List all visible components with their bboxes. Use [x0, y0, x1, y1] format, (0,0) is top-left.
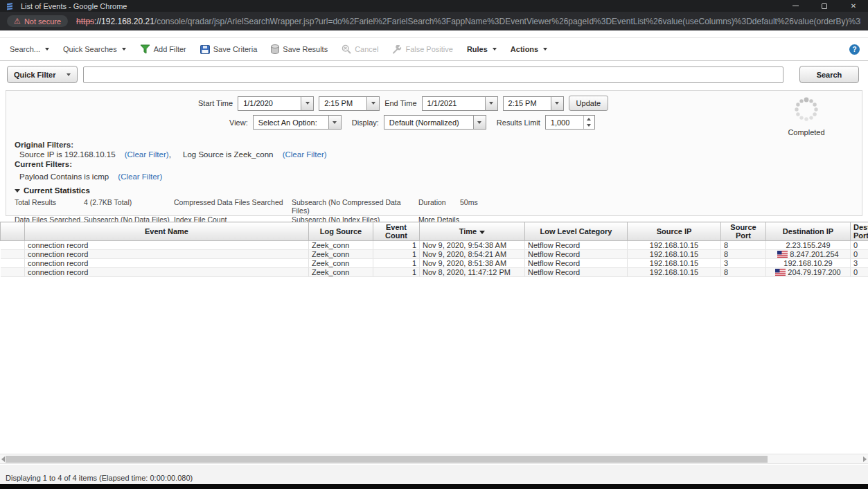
destination-ip-cell: 8.247.201.254	[766, 250, 851, 259]
column-header-time[interactable]: Time	[420, 222, 525, 241]
view-label: View:	[229, 118, 248, 127]
save-results-label: Save Results	[283, 45, 328, 53]
chevron-down-icon	[477, 121, 481, 124]
filter-payload: Payload Contains is icmp	[19, 172, 109, 181]
current-filters-heading: Current Filters:	[15, 159, 327, 169]
end-date-value: 1/1/2021	[423, 97, 485, 110]
stat-label: Compressed Data Files Searched	[174, 198, 292, 215]
log-source-cell: Zeek_conn	[309, 268, 373, 277]
rules-label: Rules	[467, 45, 488, 53]
dropdown-button[interactable]	[551, 97, 563, 110]
row-selector-cell[interactable]	[1, 259, 25, 268]
rules-menu[interactable]: Rules	[467, 45, 497, 53]
end-clock-select[interactable]: 2:15 PM	[503, 96, 564, 111]
quick-filter-dropdown[interactable]: Quick Filter	[7, 66, 78, 83]
event-name-cell[interactable]: connection record	[25, 259, 309, 268]
browser-urlbar[interactable]: ⚠ Not secure https://192.168.20.21/conso…	[0, 12, 868, 30]
dropdown-button[interactable]	[485, 97, 497, 110]
progress-spinner-icon	[791, 94, 822, 125]
add-filter-button[interactable]: Add Filter	[140, 44, 186, 54]
destination-ip-value: 204.79.197.200	[788, 268, 840, 276]
dropdown-button[interactable]	[366, 97, 379, 110]
column-header-log-source[interactable]: Log Source	[309, 222, 373, 241]
start-clock-select[interactable]: 2:15 PM	[319, 96, 380, 111]
close-button[interactable]: ✕	[839, 0, 868, 12]
event-name-cell[interactable]: connection record	[25, 241, 309, 250]
cancel-button: Cancel	[342, 44, 378, 54]
row-selector-cell[interactable]	[1, 268, 25, 277]
actions-menu[interactable]: Actions	[511, 45, 547, 53]
start-date-select[interactable]: 1/1/2020	[238, 96, 314, 111]
table-row[interactable]: connection record Zeek_conn 1 Nov 9, 202…	[1, 250, 868, 259]
start-clock-value: 2:15 PM	[319, 97, 366, 110]
event-count-cell: 1	[373, 259, 420, 268]
column-header-destination-ip[interactable]: Destination IP	[766, 222, 851, 241]
not-secure-badge[interactable]: ⚠ Not secure	[7, 15, 68, 27]
search-button[interactable]: Search	[799, 66, 859, 83]
help-icon[interactable]: ?	[849, 44, 860, 55]
filter-separator: ,	[169, 150, 171, 159]
app-toolbar: Search... Quick Searches Add Filter Save…	[0, 37, 868, 61]
spinner-buttons[interactable]	[583, 116, 594, 129]
view-select[interactable]: Select An Option:	[253, 115, 342, 130]
destination-port-cell: 0	[851, 268, 868, 277]
minimize-button[interactable]	[781, 0, 810, 12]
save-criteria-button[interactable]: Save Criteria	[200, 45, 258, 54]
menu-arrow-icon	[543, 48, 547, 51]
dropdown-button[interactable]	[328, 116, 341, 129]
actions-label: Actions	[511, 45, 538, 53]
table-row[interactable]: connection record Zeek_conn 1 Nov 9, 202…	[1, 241, 868, 250]
filter-source-ip: Source IP is 192.168.10.15	[19, 150, 116, 159]
save-results-button[interactable]: Save Results	[271, 44, 328, 54]
database-icon	[271, 44, 279, 54]
update-button[interactable]: Update	[569, 96, 608, 111]
url-text[interactable]: https://192.168.20.21/console/qradar/jsp…	[76, 17, 861, 26]
table-row[interactable]: connection record Zeek_conn 1 Nov 8, 202…	[1, 268, 868, 277]
column-header-low-level-category[interactable]: Low Level Category	[525, 222, 628, 241]
event-name-cell[interactable]: connection record	[25, 250, 309, 259]
save-disk-icon	[200, 45, 210, 54]
row-selector-header	[1, 222, 25, 241]
column-header-event-count[interactable]: Event Count	[373, 222, 420, 241]
chevron-down-icon	[333, 121, 337, 124]
clear-filter-link[interactable]: (Clear Filter)	[118, 172, 162, 181]
window-title: List of Events - Google Chrome	[21, 2, 127, 10]
event-count-cell: 1	[373, 250, 420, 259]
current-statistics-toggle[interactable]: Current Statistics	[15, 186, 853, 195]
event-name-cell[interactable]: connection record	[25, 268, 309, 277]
us-flag-icon	[777, 251, 788, 258]
spin-up-icon	[587, 118, 591, 121]
current-statistics-heading: Current Statistics	[24, 186, 90, 195]
source-ip-cell: 192.168.10.15	[628, 250, 721, 259]
destination-port-cell: 3	[851, 259, 868, 268]
filters-section: Original Filters: Source IP is 192.168.1…	[15, 140, 327, 181]
dropdown-button[interactable]	[301, 97, 313, 110]
cancel-label: Cancel	[355, 45, 378, 53]
row-selector-cell[interactable]	[1, 241, 25, 250]
row-selector-cell[interactable]	[1, 250, 25, 259]
log-source-cell: Zeek_conn	[309, 250, 373, 259]
column-header-source-port[interactable]: Source Port	[721, 222, 766, 241]
clear-filter-link[interactable]: (Clear Filter)	[283, 150, 327, 159]
low-level-category-cell: Netflow Record	[525, 268, 628, 277]
dropdown-button[interactable]	[473, 116, 486, 129]
results-limit-input[interactable]: 1,000	[545, 115, 595, 130]
column-header-source-ip[interactable]: Source IP	[628, 222, 721, 241]
maximize-button[interactable]	[810, 0, 839, 12]
column-header-destination-port[interactable]: Destination Port	[851, 222, 868, 241]
scrollbar-thumb[interactable]	[6, 456, 768, 463]
scroll-right-icon[interactable]	[863, 456, 867, 462]
search-menu[interactable]: Search...	[10, 45, 49, 53]
time-cell: Nov 9, 2020, 8:54:21 AM	[420, 250, 525, 259]
clear-filter-link[interactable]: (Clear Filter)	[125, 150, 169, 159]
table-row[interactable]: connection record Zeek_conn 1 Nov 9, 202…	[1, 259, 868, 268]
horizontal-scrollbar[interactable]	[0, 454, 868, 464]
scroll-left-icon[interactable]	[1, 456, 5, 462]
statistics-grid: Total Results 4 (2.7KB Total) Compressed…	[15, 198, 853, 224]
end-date-select[interactable]: 1/1/2021	[422, 96, 498, 111]
quick-searches-menu[interactable]: Quick Searches	[63, 45, 126, 53]
display-select[interactable]: Default (Normalized)	[384, 115, 486, 130]
column-header-event-name[interactable]: Event Name	[25, 222, 309, 241]
false-positive-label: False Positive	[405, 45, 452, 53]
quick-filter-input[interactable]	[83, 66, 783, 83]
